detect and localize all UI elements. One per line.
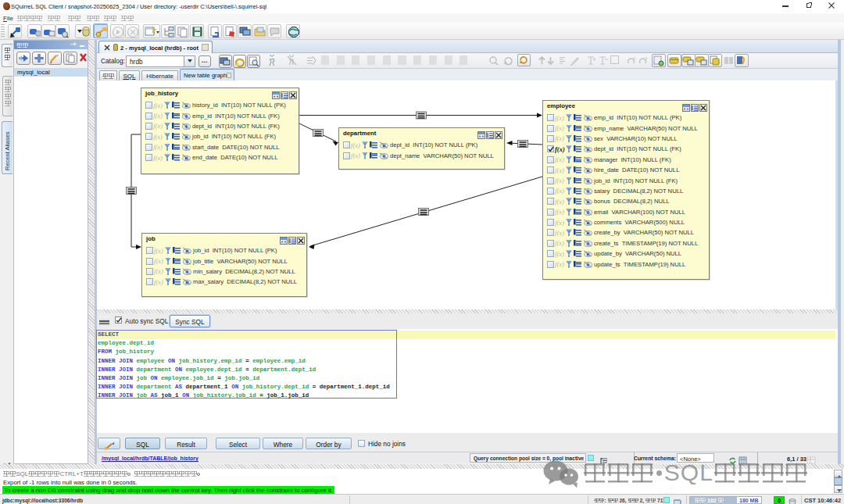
svg-text:0: 0 [645,56,648,61]
svg-text:0: 0 [633,56,636,61]
